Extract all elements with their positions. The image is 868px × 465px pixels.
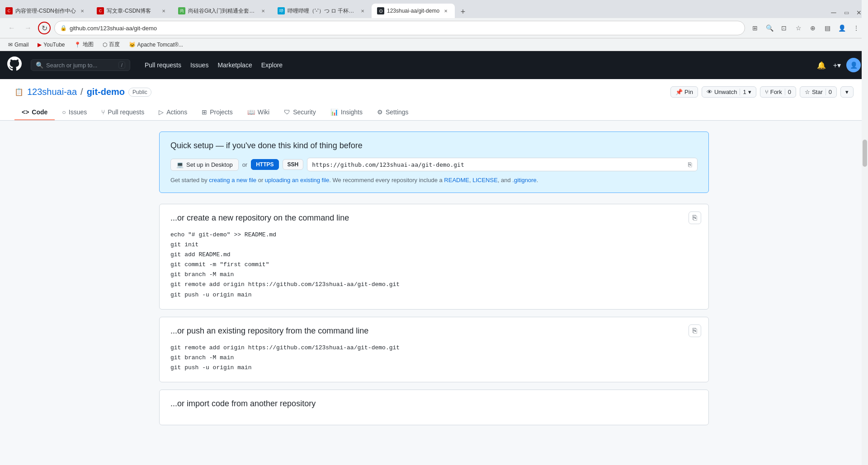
- github-logo[interactable]: [7, 56, 22, 74]
- tab-favicon-4: 哔: [278, 7, 285, 14]
- tab-close-5[interactable]: ✕: [442, 7, 449, 14]
- nav-issues[interactable]: Issues: [187, 59, 212, 71]
- extension-button[interactable]: ⊕: [807, 22, 819, 34]
- maximize-button[interactable]: ▭: [841, 7, 852, 18]
- star-dropdown-button[interactable]: ▾: [840, 86, 854, 98]
- gitignore-link[interactable]: .gitignore: [512, 177, 536, 183]
- license-link[interactable]: LICENSE: [472, 177, 498, 183]
- translate-button[interactable]: ⊞: [749, 22, 761, 34]
- address-bar[interactable]: 🔒 github.com/123shuai-aa/git-demo: [54, 21, 745, 35]
- user-avatar[interactable]: 👤: [846, 58, 861, 72]
- tab-favicon-2: C: [97, 7, 104, 14]
- copy-push-commands-button[interactable]: ⎘: [689, 324, 701, 337]
- nav-marketplace[interactable]: Marketplace: [214, 59, 255, 71]
- forward-button[interactable]: →: [22, 22, 34, 34]
- tab-issues-label: Issues: [69, 108, 87, 116]
- tab-favicon-1: C: [5, 7, 13, 14]
- tab-favicon-5: ⊙: [377, 7, 384, 14]
- tab-bar: C 内容管理-CSDN创作中心 ✕ C 写文章-CSDN博客 ✕ 尚 尚硅谷Gi…: [0, 0, 868, 18]
- tab-pull-requests[interactable]: ⑂ Pull requests: [94, 105, 151, 120]
- main-content: Quick setup — if you've done this kind o…: [145, 121, 723, 443]
- tab-title-2: 写文章-CSDN博客: [107, 7, 157, 15]
- tab-insights[interactable]: 📊 Insights: [323, 105, 370, 120]
- bookmark-baidu[interactable]: ⬡ 百度: [100, 40, 123, 49]
- profile-button[interactable]: 👤: [835, 22, 848, 34]
- fork-button[interactable]: ⑂ Fork 0: [760, 86, 796, 98]
- browser-action-buttons: ⊞ 🔍 ⊡ ☆ ⊕ ▤ 👤 ⋮: [749, 22, 863, 34]
- tomcat-icon: 🐱: [129, 42, 136, 48]
- browser-tab-1[interactable]: C 内容管理-CSDN创作中心 ✕: [0, 4, 91, 18]
- tab-projects-label: Projects: [210, 108, 233, 116]
- insights-icon: 📊: [330, 108, 338, 116]
- tab-issues[interactable]: ○ Issues: [55, 105, 94, 120]
- repo-slash: /: [80, 87, 83, 97]
- repo-url-text: https://github.com/123shuai-aa/git-demo.…: [312, 161, 687, 168]
- repo-name-link[interactable]: git-demo: [87, 87, 125, 97]
- hint-or: or: [256, 177, 265, 183]
- repo-action-buttons: 📌 Pin 👁 Unwatch 1 ▾ ⑂ Fork 0 ☆ Star 0 ▾: [670, 86, 854, 98]
- create-new-repo-section: ...or create a new repository on the com…: [159, 204, 709, 310]
- bookmark-maps[interactable]: 📍 地图: [71, 40, 96, 49]
- create-file-link[interactable]: creating a new file: [209, 177, 256, 183]
- browser-tab-4[interactable]: 哔 哔哩哔哩（'-'）つ ロ 千杯~--bili… ✕: [272, 4, 372, 18]
- pin-icon: 📌: [675, 89, 683, 95]
- browser-tab-3[interactable]: 尚 尚硅谷Git入门到精通全套教程（… ✕: [173, 4, 272, 18]
- browser-tab-2[interactable]: C 写文章-CSDN博客 ✕: [91, 4, 173, 18]
- bookmark-label: Apache Tomcat®...: [137, 42, 183, 48]
- star-button[interactable]: ☆ Star 0: [800, 86, 837, 98]
- tab-actions[interactable]: ▷ Actions: [151, 105, 194, 120]
- or-separator: or: [242, 161, 248, 168]
- bookmarks-bar: ✉ Gmail ▶ YouTube 📍 地图 ⬡ 百度 🐱 Apache Tom…: [0, 38, 868, 51]
- search-page-button[interactable]: 🔍: [763, 22, 776, 34]
- minimize-button[interactable]: ─: [828, 7, 839, 18]
- bookmark-tomcat[interactable]: 🐱 Apache Tomcat®...: [126, 41, 186, 49]
- bookmark-label: YouTube: [43, 42, 65, 48]
- repo-title-row: 📋 123shuai-aa / git-demo Public 📌 Pin 👁 …: [14, 86, 854, 98]
- tab-title-3: 尚硅谷Git入门到精通全套教程（…: [188, 7, 257, 15]
- browser-tab-5[interactable]: ⊙ 123shuai-aa/git-demo ✕: [372, 4, 455, 18]
- bookmark-gmail[interactable]: ✉ Gmail: [5, 41, 31, 49]
- pin-button[interactable]: 📌 Pin: [670, 86, 698, 98]
- projects-icon: ⊞: [202, 108, 207, 116]
- setup-desktop-button[interactable]: 💻 Set up in Desktop: [170, 159, 239, 171]
- setup-desktop-label: Set up in Desktop: [186, 161, 233, 168]
- tab-close-2[interactable]: ✕: [160, 7, 167, 14]
- nav-explore[interactable]: Explore: [258, 59, 286, 71]
- settings-icon: ⚙: [377, 108, 383, 116]
- scrollbar-thumb[interactable]: [863, 140, 867, 167]
- notifications-icon[interactable]: 🔔: [815, 59, 828, 71]
- readme-link[interactable]: README: [444, 177, 469, 183]
- tab-wiki[interactable]: 📖 Wiki: [240, 105, 277, 120]
- tab-code[interactable]: <> Code: [14, 105, 55, 120]
- tab-projects[interactable]: ⊞ Projects: [194, 105, 240, 120]
- tab-close-4[interactable]: ✕: [359, 7, 366, 14]
- https-button[interactable]: HTTPS: [251, 159, 278, 170]
- tab-close-3[interactable]: ✕: [259, 7, 267, 14]
- tab-close-1[interactable]: ✕: [79, 7, 86, 14]
- upload-file-link[interactable]: uploading an existing file: [265, 177, 329, 183]
- github-search[interactable]: 🔍 Search or jump to... /: [31, 59, 130, 71]
- screenshot-button[interactable]: ⊡: [778, 22, 790, 34]
- create-new-icon[interactable]: +▾: [831, 59, 843, 71]
- search-placeholder-text: Search or jump to...: [46, 62, 116, 69]
- back-button[interactable]: ←: [5, 22, 18, 34]
- side-panel-button[interactable]: ▤: [821, 22, 834, 34]
- bookmark-youtube[interactable]: ▶ YouTube: [35, 41, 67, 49]
- ssh-button[interactable]: SSH: [283, 159, 304, 170]
- unwatch-chevron-icon[interactable]: ▾: [748, 89, 751, 95]
- repo-owner-link[interactable]: 123shuai-aa: [27, 87, 77, 97]
- copy-url-button[interactable]: ⎘: [687, 160, 693, 169]
- new-tab-button[interactable]: +: [457, 5, 469, 18]
- nav-pull-requests[interactable]: Pull requests: [141, 59, 185, 71]
- unwatch-button[interactable]: 👁 Unwatch 1 ▾: [702, 86, 756, 98]
- reload-button[interactable]: ↻: [38, 22, 51, 34]
- eye-icon: 👁: [707, 89, 712, 95]
- bookmark-button[interactable]: ☆: [792, 22, 805, 34]
- tab-security[interactable]: 🛡 Security: [277, 105, 323, 120]
- tab-settings[interactable]: ⚙ Settings: [370, 105, 416, 120]
- repo-header: 📋 123shuai-aa / git-demo Public 📌 Pin 👁 …: [0, 79, 868, 121]
- copy-create-commands-button[interactable]: ⎘: [689, 211, 701, 224]
- issues-icon: ○: [62, 108, 66, 116]
- menu-button[interactable]: ⋮: [850, 22, 863, 34]
- push-existing-repo-title: ...or push an existing repository from t…: [170, 326, 698, 336]
